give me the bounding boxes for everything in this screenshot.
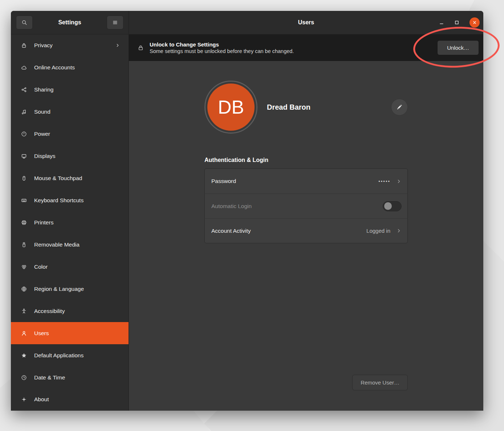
sidebar-item-about[interactable]: About	[11, 389, 129, 411]
account-activity-value: Logged in	[366, 228, 390, 234]
keyboard-icon	[21, 198, 27, 203]
account-activity-row[interactable]: Account Activity Logged in	[205, 218, 407, 243]
unlock-button[interactable]: Unlock…	[437, 40, 479, 55]
star-icon	[21, 353, 27, 358]
power-icon	[21, 131, 27, 137]
sidebar-item-label: Printers	[34, 219, 53, 226]
user-name: Dread Baron	[267, 103, 310, 111]
sparkle-icon	[21, 397, 27, 402]
sidebar-item-label: Privacy	[34, 42, 53, 49]
sidebar-item-label: Sound	[34, 109, 50, 115]
password-dots: •••••	[378, 179, 390, 184]
edit-name-button[interactable]	[391, 99, 408, 115]
sidebar-item-default-applications[interactable]: Default Applications	[11, 344, 129, 366]
sidebar-list: Privacy Online Accounts Sharing Sound Po…	[11, 34, 129, 411]
maximize-button[interactable]	[454, 20, 459, 25]
users-content: DB Dread Baron Authentication & Login Pa…	[129, 61, 483, 411]
printer-icon	[21, 220, 27, 225]
sidebar-item-label: Date & Time	[34, 374, 65, 381]
cloud-icon	[21, 65, 27, 70]
unlock-banner-text: Unlock to Change Settings Some settings …	[150, 41, 294, 54]
section-title-authentication: Authentication & Login	[204, 157, 408, 163]
user-icon	[21, 330, 27, 336]
toggle-knob	[384, 202, 392, 210]
sidebar-item-online-accounts[interactable]: Online Accounts	[11, 57, 129, 79]
mouse-icon	[21, 175, 27, 181]
sidebar-header: Settings	[11, 11, 129, 34]
sidebar-item-label: Online Accounts	[34, 64, 75, 71]
sidebar-title: Settings	[36, 19, 104, 26]
sidebar-item-displays[interactable]: Displays	[11, 145, 129, 167]
unlock-banner: Unlock to Change Settings Some settings …	[129, 34, 483, 61]
lock-icon	[21, 42, 27, 48]
sidebar-item-label: Removable Media	[34, 241, 80, 248]
unlock-banner-subtitle: Some settings must be unlocked before th…	[150, 48, 294, 54]
password-label: Password	[211, 178, 236, 184]
page-title: Users	[129, 19, 483, 26]
lock-icon	[138, 45, 144, 51]
window-controls	[439, 17, 483, 28]
sidebar-item-label: Power	[34, 131, 50, 137]
sidebar-item-power[interactable]: Power	[11, 123, 129, 145]
sidebar-item-label: Displays	[34, 153, 56, 159]
color-circles-icon	[21, 264, 27, 270]
password-row[interactable]: Password •••••	[205, 169, 407, 194]
sidebar-item-label: Default Applications	[34, 352, 84, 359]
share-icon	[21, 87, 27, 93]
globe-icon	[21, 286, 27, 292]
remove-user-button[interactable]: Remove User…	[352, 375, 408, 390]
settings-window: Settings Privacy Online Accounts Sharing	[11, 11, 483, 411]
close-button[interactable]	[470, 17, 480, 28]
sidebar-item-date-time[interactable]: Date & Time	[11, 366, 129, 389]
sidebar-item-accessibility[interactable]: Accessibility	[11, 300, 129, 322]
chevron-right-icon	[115, 43, 121, 48]
sidebar-item-mouse-touchpad[interactable]: Mouse & Touchpad	[11, 167, 129, 190]
sidebar-item-color[interactable]: Color	[11, 256, 129, 278]
minimize-button[interactable]	[439, 20, 444, 25]
sidebar-item-label: Region & Language	[34, 286, 84, 292]
avatar[interactable]: DB	[207, 84, 255, 131]
sidebar-item-label: About	[34, 396, 49, 403]
unlock-banner-title: Unlock to Change Settings	[150, 41, 294, 48]
pencil-icon	[396, 104, 403, 110]
hamburger-icon	[112, 20, 118, 25]
sidebar-item-printers[interactable]: Printers	[11, 212, 129, 234]
sidebar-item-removable-media[interactable]: Removable Media	[11, 233, 129, 256]
sidebar-item-sharing[interactable]: Sharing	[11, 79, 129, 101]
music-note-icon	[21, 109, 27, 115]
close-icon	[472, 20, 477, 25]
maximize-icon	[454, 20, 459, 25]
titlebar: Users	[129, 11, 483, 34]
minimize-icon	[439, 20, 444, 25]
sidebar-item-region-language[interactable]: Region & Language	[11, 278, 129, 300]
sidebar-item-label: Keyboard Shortcuts	[34, 197, 84, 204]
sidebar-item-label: Mouse & Touchpad	[34, 175, 82, 182]
main-panel: Users Unlock to Change Settings Some set…	[129, 11, 483, 411]
sidebar-item-label: Sharing	[34, 86, 53, 93]
search-button[interactable]	[16, 16, 33, 29]
sidebar-item-sound[interactable]: Sound	[11, 101, 129, 123]
clock-icon	[21, 375, 27, 381]
search-icon	[21, 20, 27, 25]
avatar-ring: DB	[204, 81, 257, 134]
sidebar-item-keyboard-shortcuts[interactable]: Keyboard Shortcuts	[11, 190, 129, 212]
sidebar-item-label: Users	[34, 330, 49, 337]
sidebar: Settings Privacy Online Accounts Sharing	[11, 11, 129, 411]
automatic-login-row: Automatic Login	[205, 194, 407, 218]
sidebar-item-users[interactable]: Users	[11, 322, 129, 344]
user-row: DB Dread Baron	[204, 81, 408, 134]
accessibility-icon	[21, 308, 27, 314]
sidebar-item-privacy[interactable]: Privacy	[11, 34, 129, 57]
authentication-list: Password ••••• Automatic Login Acc	[204, 168, 408, 243]
automatic-login-label: Automatic Login	[211, 203, 252, 210]
account-activity-label: Account Activity	[211, 228, 251, 234]
chevron-right-icon	[396, 179, 402, 184]
display-icon	[21, 153, 27, 159]
chevron-right-icon	[396, 228, 402, 233]
usb-drive-icon	[21, 242, 27, 248]
sidebar-item-label: Accessibility	[34, 308, 65, 314]
automatic-login-toggle[interactable]	[383, 201, 402, 211]
menu-button[interactable]	[107, 16, 123, 29]
sidebar-item-label: Color	[34, 264, 48, 270]
